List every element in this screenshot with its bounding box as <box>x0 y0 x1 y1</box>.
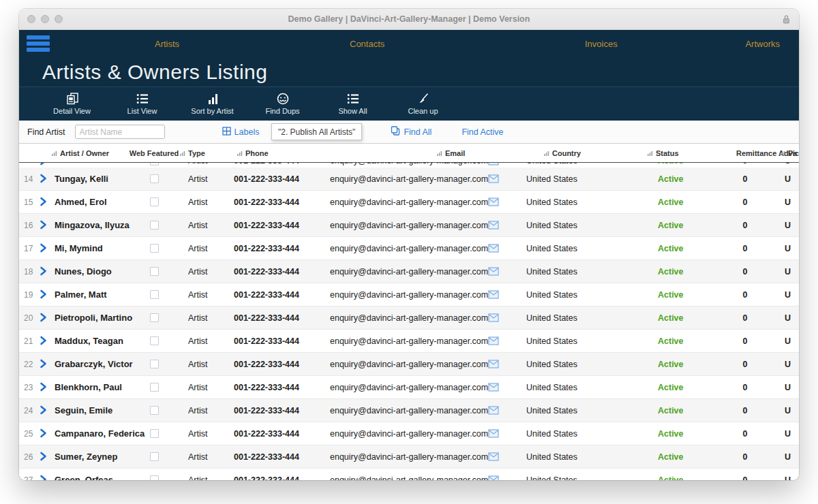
show-all-button[interactable]: Show All <box>318 93 388 115</box>
header-email[interactable]: Email <box>311 149 483 157</box>
minimize-window-button[interactable] <box>41 15 49 23</box>
email-value: enquiry@davinci-art-gallery-manager.com <box>311 163 483 166</box>
status-badge: Active <box>633 313 721 323</box>
open-record-chevron-icon[interactable] <box>40 381 52 394</box>
send-email-envelope-icon[interactable] <box>483 290 504 299</box>
detail-view-button[interactable]: Detail View <box>37 93 107 115</box>
send-email-envelope-icon[interactable] <box>483 244 504 253</box>
open-record-chevron-icon[interactable] <box>40 163 52 168</box>
email-value: enquiry@davinci-art-gallery-manager.com <box>311 336 483 346</box>
header-artist-owner[interactable]: Artist / Owner <box>52 149 135 157</box>
open-record-chevron-icon[interactable] <box>40 195 52 208</box>
list-view-button[interactable]: List View <box>107 93 177 115</box>
send-email-envelope-icon[interactable] <box>483 429 504 438</box>
web-featured-checkbox[interactable] <box>150 244 159 253</box>
web-featured-checkbox[interactable] <box>150 475 159 480</box>
header-status[interactable]: Status <box>633 149 721 157</box>
zoom-window-button[interactable] <box>55 15 63 23</box>
payment-value: U <box>769 198 799 207</box>
copy-icon <box>391 126 400 138</box>
open-record-chevron-icon[interactable] <box>40 334 52 347</box>
phone-value: 001-222-333-444 <box>217 360 311 369</box>
table-row: 23 Blenkhorn, Paul Artist 001-222-333-44… <box>19 376 799 399</box>
payment-value: U <box>769 163 799 166</box>
web-featured-checkbox[interactable] <box>150 336 159 345</box>
row-number: 23 <box>19 383 40 392</box>
send-email-envelope-icon[interactable] <box>483 475 504 480</box>
header-country[interactable]: Country <box>504 149 633 157</box>
web-featured-checkbox[interactable] <box>150 163 159 166</box>
labels-button[interactable]: Labels <box>222 127 260 138</box>
close-window-button[interactable] <box>27 15 35 23</box>
send-email-envelope-icon[interactable] <box>483 174 504 183</box>
menu-icon[interactable] <box>27 35 50 54</box>
phone-value: 001-222-333-444 <box>217 290 311 300</box>
open-record-chevron-icon[interactable] <box>40 242 52 255</box>
web-featured-checkbox[interactable] <box>150 221 159 230</box>
email-value: enquiry@davinci-art-gallery-manager.com <box>311 313 483 323</box>
send-email-envelope-icon[interactable] <box>483 406 504 415</box>
artist-type: Artist <box>173 406 217 415</box>
artist-type: Artist <box>173 244 217 253</box>
web-featured-checkbox[interactable] <box>150 267 159 276</box>
open-record-chevron-icon[interactable] <box>40 288 52 301</box>
header-remittance-advice[interactable]: Remittance Advice <box>721 149 769 157</box>
sort-by-artist-button[interactable]: Sort by Artist <box>177 93 247 115</box>
status-badge: Active <box>633 290 721 300</box>
open-record-chevron-icon[interactable] <box>40 450 52 463</box>
open-record-chevron-icon[interactable] <box>40 311 52 324</box>
web-featured-checkbox[interactable] <box>150 198 159 206</box>
phone-value: 001-222-333-444 <box>217 336 311 346</box>
row-number: 18 <box>19 267 40 277</box>
send-email-envelope-icon[interactable] <box>483 360 504 368</box>
open-record-chevron-icon[interactable] <box>40 265 52 278</box>
open-record-chevron-icon[interactable] <box>40 404 52 417</box>
web-featured-checkbox[interactable] <box>150 429 159 438</box>
artist-type: Artist <box>173 313 217 323</box>
payment-value: U <box>769 313 799 323</box>
send-email-envelope-icon[interactable] <box>483 336 504 345</box>
web-featured-checkbox[interactable] <box>150 452 159 461</box>
nav-item-invoices[interactable]: Invoices <box>585 39 618 49</box>
open-record-chevron-icon[interactable] <box>40 219 52 232</box>
open-record-chevron-icon[interactable] <box>40 473 52 480</box>
country-value: United States <box>504 244 633 253</box>
send-email-envelope-icon[interactable] <box>483 198 504 206</box>
nav-item-artworks[interactable]: Artworks <box>745 39 780 49</box>
nav-item-contacts[interactable]: Contacts <box>350 39 384 49</box>
find-dups-button[interactable]: Find Dups <box>247 93 318 115</box>
send-email-envelope-icon[interactable] <box>483 267 504 276</box>
find-all-button[interactable]: Find All <box>391 126 431 138</box>
labels-button-label: Labels <box>234 127 260 137</box>
open-record-chevron-icon[interactable] <box>40 358 52 371</box>
send-email-envelope-icon[interactable] <box>483 452 504 461</box>
web-featured-checkbox[interactable] <box>150 313 159 322</box>
publish-all-artists-menu-item[interactable]: "2. Publish All Artists" <box>271 123 362 140</box>
web-featured-checkbox[interactable] <box>150 290 159 299</box>
open-record-chevron-icon[interactable] <box>40 172 52 185</box>
artist-owner-name: Ahmed, Erol <box>52 197 135 207</box>
web-featured-checkbox[interactable] <box>150 174 159 183</box>
remittance-advice-value: 0 <box>721 406 769 415</box>
table-row: 17 Mi, Mymind Artist 001-222-333-444 enq… <box>19 237 799 260</box>
send-email-envelope-icon[interactable] <box>483 383 504 392</box>
web-featured-checkbox[interactable] <box>150 383 159 392</box>
web-featured-checkbox[interactable] <box>150 360 159 368</box>
send-email-envelope-icon[interactable] <box>483 313 504 322</box>
titlebar: Demo Gallery | DaVinci-Art-Gallery-Manag… <box>19 9 799 30</box>
header-type[interactable]: Type <box>173 149 217 157</box>
find-artist-label: Find Artist <box>27 127 65 137</box>
traffic-lights[interactable] <box>27 15 63 23</box>
send-email-envelope-icon[interactable] <box>483 221 504 230</box>
open-record-chevron-icon[interactable] <box>40 427 52 440</box>
find-active-button[interactable]: Find Active <box>461 127 503 137</box>
nav-item-artists[interactable]: Artists <box>155 39 179 49</box>
phone-value: 001-222-333-444 <box>217 174 311 184</box>
artist-name-input[interactable] <box>75 125 165 139</box>
artist-type: Artist <box>173 221 217 230</box>
header-phone[interactable]: Phone <box>217 149 311 157</box>
header-payment[interactable]: Pa <box>769 149 799 157</box>
send-email-envelope-icon[interactable] <box>483 163 504 166</box>
clean-up-button[interactable]: Clean up <box>388 93 458 115</box>
web-featured-checkbox[interactable] <box>150 406 159 415</box>
